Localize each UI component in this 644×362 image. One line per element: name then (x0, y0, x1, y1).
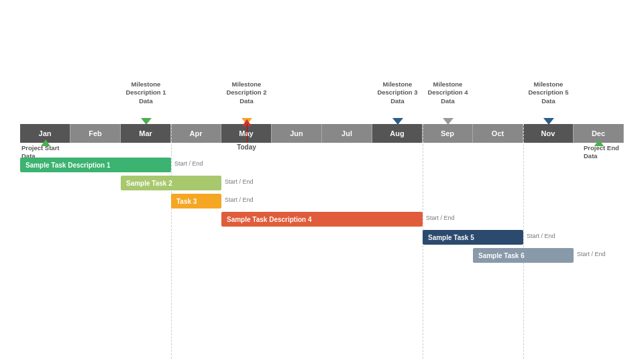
today-line (247, 124, 248, 143)
task-bar-1: Sample Task 2 (121, 176, 221, 190)
milestone-label-3: MilestoneDescription 4Data (427, 80, 468, 105)
task-row-1: Sample Task 2Start / End (20, 176, 624, 190)
today-label: Today (237, 143, 256, 151)
month-cell-apr: Apr (171, 124, 221, 143)
task-end-label-5: Start / End (577, 251, 606, 257)
milestone-label-0: MilestoneDescription 1Data (125, 80, 166, 105)
month-cell-nov: Nov (523, 124, 574, 143)
task-row-4: Sample Task 5Start / End (20, 230, 624, 245)
month-cell-mar: Mar (121, 124, 171, 143)
task-end-label-4: Start / End (527, 233, 555, 239)
task-bar-4: Sample Task 5 (423, 230, 523, 245)
month-cell-feb: Feb (70, 124, 121, 143)
month-cell-sep: Sep (423, 124, 473, 143)
task-end-label-1: Start / End (225, 178, 254, 185)
task-row-2: Task 3Start / End (20, 194, 624, 208)
milestone-label-1: MilestoneDescription 2Data (226, 80, 266, 105)
task-bar-0: Sample Task Description 1 (20, 158, 171, 172)
month-cell-jul: Jul (322, 124, 372, 143)
task-row-3: Sample Task Description 4Start / End (20, 212, 624, 227)
task-end-label-0: Start / End (174, 160, 203, 167)
month-cell-oct: Oct (473, 124, 523, 143)
task-row-5: Sample Task 6Start / End (20, 248, 624, 263)
task-end-label-2: Start / End (225, 196, 254, 203)
milestones-area: MilestoneDescription 1DataMilestoneDescr… (20, 80, 624, 124)
milestone-label-4: MilestoneDescription 5Data (528, 80, 568, 105)
task-end-label-3: Start / End (426, 215, 455, 221)
month-cell-jun: Jun (272, 124, 322, 143)
task-bar-2: Task 3 (171, 194, 221, 208)
chart-area: MilestoneDescription 1DataMilestoneDescr… (20, 80, 624, 355)
milestone-label-2: MilestoneDescription 3Data (377, 80, 417, 105)
task-row-0: Sample Task Description 1Start / End (20, 158, 624, 172)
task-bar-5: Sample Task 6 (473, 248, 574, 263)
task-bar-3: Sample Task Description 4 (221, 212, 423, 227)
page: MilestoneDescription 1DataMilestoneDescr… (0, 0, 644, 362)
months-row: JanFebMarAprMayJunJulAugSepOctNovDec (20, 124, 624, 143)
month-cell-aug: Aug (372, 124, 423, 143)
